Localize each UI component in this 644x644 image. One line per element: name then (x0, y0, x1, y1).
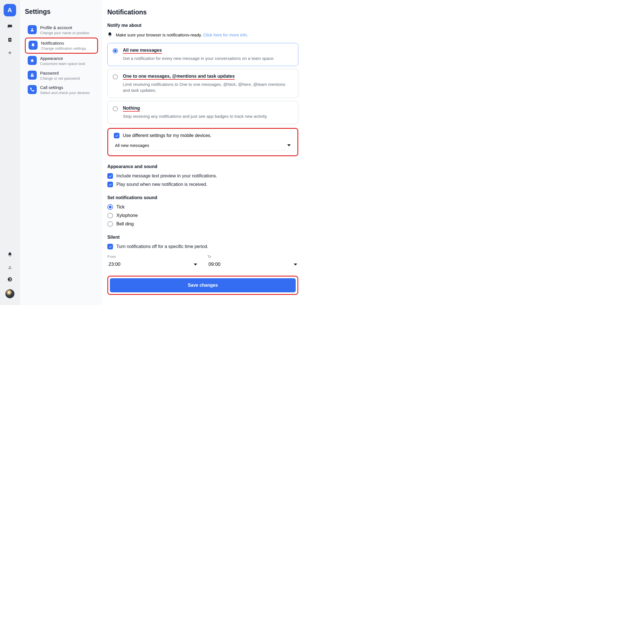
notify-option-mentions[interactable]: One to one messages, @mentions and task … (107, 69, 298, 98)
info-text: Make sure your browser is notifications-… (116, 32, 203, 37)
sidebar-item-desc: Change your name or position (40, 31, 89, 35)
sidebar-item-desc: Change or set password (40, 76, 80, 81)
checkbox-label: Include message text preview in your not… (116, 173, 217, 179)
contacts-icon[interactable] (7, 37, 12, 42)
notify-option-nothing[interactable]: Nothing Stop receiving any notifications… (107, 101, 298, 124)
sound-option-xylophone[interactable]: Xylophone (107, 213, 298, 218)
help-icon[interactable] (7, 277, 12, 282)
caret-down-icon (294, 264, 297, 266)
radio-icon (107, 221, 113, 227)
option-title: Nothing (123, 106, 140, 112)
chat-icon[interactable] (7, 24, 12, 29)
user-avatar[interactable] (5, 289, 14, 298)
mobile-setting-dropdown[interactable]: All new messages (114, 141, 292, 151)
sound-label: Tick (116, 204, 125, 210)
star-icon (28, 56, 37, 65)
sound-label: Bell ding (116, 221, 134, 227)
option-title: One to one messages, @mentions and task … (123, 74, 235, 80)
app-logo[interactable]: A (4, 4, 16, 16)
checkbox-icon (107, 182, 113, 187)
option-desc: Limit receiving notifications to One to … (123, 81, 293, 93)
notify-heading: Notify me about (107, 23, 298, 28)
play-sound-checkbox[interactable]: Play sound when new notification is rece… (107, 182, 298, 187)
sound-heading: Set notifications sound (107, 195, 298, 200)
to-label: To (207, 254, 298, 259)
caret-down-icon (194, 264, 197, 266)
lock-icon (28, 71, 37, 80)
dropdown-value: All new messages (115, 143, 149, 148)
sidebar-item-appearance[interactable]: AppearanceCustomize team space look (25, 54, 98, 68)
browser-info-line: Make sure your browser is notifications-… (107, 32, 298, 38)
sound-option-bellding[interactable]: Bell ding (107, 221, 298, 227)
preview-checkbox[interactable]: Include message text preview in your not… (107, 173, 298, 179)
radio-icon (113, 106, 118, 111)
sound-option-tick[interactable]: Tick (107, 204, 298, 210)
mobile-different-checkbox[interactable]: Use different settings for my mobile dev… (114, 133, 292, 138)
checkbox-icon (114, 133, 119, 138)
from-label: From (107, 254, 198, 259)
phone-icon (28, 85, 37, 94)
profile-icon (28, 25, 37, 34)
silent-toggle-checkbox[interactable]: Turn notifications off for a specific ti… (107, 244, 298, 249)
sidebar-item-label: Profile & account (40, 25, 89, 30)
sidebar-item-password[interactable]: PasswordChange or set password (25, 68, 98, 83)
sidebar-item-label: Call settings (40, 85, 90, 90)
sidebar-item-notifications[interactable]: NotificationsChange notification setting… (25, 38, 98, 54)
svg-point-0 (31, 28, 33, 30)
checkbox-icon (107, 173, 113, 179)
sidebar-item-desc: Change notification settings (41, 46, 86, 51)
sidebar-item-label: Password (40, 71, 80, 76)
sidebar-item-desc: Customize team space look (40, 62, 85, 66)
notify-option-all[interactable]: All new messages Get a notification for … (107, 43, 298, 66)
radio-icon (113, 74, 118, 79)
to-value: 09:00 (208, 262, 221, 267)
page-title: Notifications (107, 8, 298, 16)
bell-icon (29, 41, 38, 50)
save-wrap: Save changes (107, 276, 298, 295)
radio-icon (107, 213, 113, 218)
sidebar-item-profile[interactable]: Profile & accountChange your name or pos… (25, 23, 98, 38)
settings-sidebar: Settings Profile & accountChange your na… (20, 0, 102, 305)
checkbox-label: Play sound when new notification is rece… (116, 182, 207, 187)
bell-muted-icon[interactable] (7, 252, 12, 257)
info-link[interactable]: Click here for more info. (203, 32, 248, 37)
mobile-settings-box: Use different settings for my mobile dev… (107, 128, 298, 156)
sidebar-item-label: Notifications (41, 41, 86, 46)
download-icon[interactable] (7, 264, 12, 269)
add-icon[interactable] (7, 50, 12, 55)
to-time-dropdown[interactable]: 09:00 (207, 260, 298, 269)
option-desc: Get a notification for every new message… (123, 55, 275, 61)
from-time-dropdown[interactable]: 23:00 (107, 260, 198, 269)
radio-icon (113, 48, 118, 53)
sidebar-item-call[interactable]: Call settingsSelect and check your devic… (25, 83, 98, 97)
app-rail: A (0, 0, 20, 305)
option-title: All new messages (123, 48, 162, 54)
appearance-heading: Appearance and sound (107, 164, 298, 169)
bell-outline-icon (107, 32, 112, 38)
checkbox-icon (107, 244, 113, 249)
from-value: 23:00 (108, 262, 121, 267)
silent-heading: Silent (107, 235, 298, 240)
sidebar-item-label: Appearance (40, 56, 85, 61)
option-desc: Stop receiving any notifications and jus… (123, 113, 268, 119)
checkbox-label: Use different settings for my mobile dev… (123, 133, 212, 138)
save-button[interactable]: Save changes (110, 278, 296, 292)
radio-icon (107, 204, 113, 210)
checkbox-label: Turn notifications off for a specific ti… (116, 244, 208, 249)
sidebar-item-desc: Select and check your devices (40, 91, 90, 95)
sound-label: Xylophone (116, 213, 138, 218)
sidebar-title: Settings (25, 8, 98, 16)
caret-down-icon (287, 144, 291, 146)
main-content: Notifications Notify me about Make sure … (102, 0, 305, 305)
